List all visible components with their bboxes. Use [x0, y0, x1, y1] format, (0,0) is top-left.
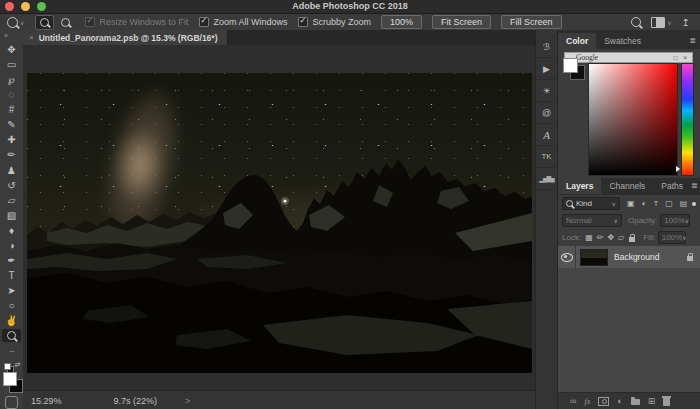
swap-colors-icon[interactable]: ⇄	[15, 361, 21, 369]
document-tab-title: Untitled_Panorama2.psb @ 15.3% (RGB/16*)	[39, 33, 218, 43]
marquee-tool[interactable]: ▭	[1, 57, 22, 72]
zoom-percent-field[interactable]: 15.29%	[31, 396, 62, 406]
dodge-tool[interactable]: ◑	[1, 238, 22, 253]
filter-shape-layers-icon[interactable]: ▢	[665, 199, 673, 208]
hue-slider[interactable]	[681, 63, 694, 176]
default-colors-control[interactable]: ⇄	[3, 361, 21, 370]
zoom-in-button[interactable]	[35, 15, 54, 30]
filter-toggle-icon[interactable]	[692, 202, 696, 206]
canvas-pasteboard[interactable]	[23, 45, 535, 390]
eyedropper-tool[interactable]: ✎	[1, 117, 22, 132]
titlebar: Adobe Photoshop CC 2018	[0, 0, 700, 14]
document-tab[interactable]: × Untitled_Panorama2.psb @ 15.3% (RGB/16…	[23, 30, 228, 45]
fill-screen-button[interactable]: Fill Screen	[501, 15, 562, 29]
hue-slider-marker[interactable]	[676, 166, 680, 172]
filter-kind-dropdown[interactable]: Kind ∨	[562, 197, 620, 210]
blur-tool[interactable]: ♦	[1, 223, 22, 238]
zoom-tool-indicator[interactable]: ∨	[7, 17, 24, 28]
close-tab-icon[interactable]: ×	[29, 33, 34, 42]
tab-channels[interactable]: Channels	[601, 178, 653, 194]
link-layers-icon[interactable]: ∞	[570, 396, 576, 406]
saturation-brightness-picker[interactable]	[588, 63, 678, 176]
character-panel-icon[interactable]: @	[536, 102, 558, 124]
gradient-tool[interactable]: ▧	[1, 208, 22, 223]
hand-tool[interactable]: ✌	[1, 313, 22, 328]
pen-tool[interactable]: ✒	[1, 253, 22, 268]
new-layer-icon[interactable]: ⊞	[648, 396, 656, 406]
lock-all-icon[interactable]	[629, 237, 635, 242]
layer-row-background[interactable]: Background	[558, 246, 700, 268]
search-icon[interactable]	[631, 17, 641, 27]
crop-tool[interactable]: #	[1, 102, 22, 117]
tk-panel-icon[interactable]: TK	[536, 146, 558, 168]
fit-screen-button[interactable]: Fit Screen	[432, 15, 491, 29]
actions-panel-icon[interactable]: ▶	[536, 58, 558, 80]
window-title: Adobe Photoshop CC 2018	[0, 0, 700, 13]
lock-position-icon[interactable]: ✥	[607, 233, 614, 242]
layer-style-icon[interactable]: fx	[584, 397, 590, 406]
healing-brush-tool[interactable]: ✚	[1, 132, 22, 147]
eraser-tool[interactable]: ▱	[1, 193, 22, 208]
new-group-icon[interactable]	[631, 399, 640, 405]
foreground-color-swatch[interactable]	[3, 372, 17, 386]
adjustments-panel-icon[interactable]: ☀	[536, 80, 558, 102]
filter-pixel-layers-icon[interactable]: ▣	[627, 199, 635, 208]
brush-tool[interactable]: ✏	[1, 147, 22, 162]
history-brush-tool[interactable]: ↺	[1, 178, 22, 193]
collapse-toolbar-icon[interactable]: »	[0, 30, 8, 42]
blend-mode-dropdown[interactable]: Normal ∨	[562, 214, 622, 227]
lasso-tool[interactable]: ℘	[1, 72, 22, 87]
status-menu-chevron[interactable]: >	[185, 396, 190, 406]
filter-adjustment-layers-icon[interactable]: ◐	[642, 199, 647, 208]
type-tool[interactable]: T	[1, 268, 22, 283]
move-tool[interactable]: ✥	[1, 42, 22, 57]
lock-transparency-icon[interactable]: ▦	[585, 233, 593, 242]
panel-dock: ℬ ▶ ☀ @ A TK ▂▅▇▅	[535, 30, 558, 409]
delete-layer-icon[interactable]	[663, 398, 670, 406]
fill-dropdown[interactable]: 100% ∨	[658, 231, 686, 244]
brushes-panel-icon[interactable]: ℬ	[536, 36, 558, 58]
document-canvas-image[interactable]	[27, 73, 532, 373]
filter-type-layers-icon[interactable]: T	[653, 199, 658, 208]
layer-thumbnail[interactable]	[580, 249, 608, 266]
checkbox-icon[interactable]	[199, 17, 209, 27]
zoom-all-windows-checkbox[interactable]: Zoom All Windows	[199, 17, 287, 27]
tab-paths[interactable]: Paths	[653, 178, 691, 194]
foreground-color-chip[interactable]	[563, 58, 578, 73]
lock-pixels-icon[interactable]: ✏	[597, 233, 604, 242]
shape-tool[interactable]: ○	[1, 298, 22, 313]
add-layer-mask-icon[interactable]	[598, 397, 609, 406]
new-adjustment-layer-icon[interactable]: ◐	[617, 396, 622, 406]
zoom-tool[interactable]	[2, 329, 21, 342]
eye-icon[interactable]	[561, 253, 573, 262]
filter-smart-objects-icon[interactable]: ▤	[680, 199, 688, 208]
share-icon[interactable]: ↥	[682, 17, 690, 28]
google-floating-window[interactable]: Google □ ×	[564, 52, 693, 63]
checkbox-icon[interactable]	[298, 17, 308, 27]
lock-artboard-icon[interactable]: ▱	[618, 233, 624, 242]
scrubby-zoom-checkbox[interactable]: Scrubby Zoom	[298, 17, 371, 27]
scrubby-zoom-label: Scrubby Zoom	[312, 17, 371, 27]
quick-selection-tool[interactable]: ◌	[1, 87, 22, 102]
layer-list: Background	[558, 246, 700, 392]
layers-panel-footer: ∞ fx ◐ ⊞	[558, 392, 700, 409]
layer-visibility-cell[interactable]	[558, 246, 576, 268]
tab-color[interactable]: Color	[558, 33, 596, 49]
quick-mask-button[interactable]	[5, 396, 18, 409]
clone-stamp-tool[interactable]: ♟	[1, 163, 22, 178]
layer-filter-row: Kind ∨ ▣ ◐ T ▢ ▤	[558, 195, 700, 212]
tab-swatches[interactable]: Swatches	[596, 33, 649, 49]
opacity-dropdown[interactable]: 100% ∨	[660, 214, 690, 227]
google-window-controls[interactable]: □ ×	[673, 54, 689, 61]
workspace-switcher[interactable]: ∨	[651, 17, 671, 28]
panel-menu-icon[interactable]: ≣	[689, 33, 696, 49]
glyphs-panel-icon[interactable]: A	[536, 124, 558, 146]
actual-size-button[interactable]: 100%	[381, 15, 422, 29]
path-selection-tool[interactable]: ➤	[1, 283, 22, 298]
edit-toolbar-button[interactable]: ···	[1, 343, 22, 358]
tab-layers[interactable]: Layers	[558, 178, 601, 194]
panel-menu-icon[interactable]: ≣	[691, 178, 698, 194]
histogram-panel-icon[interactable]: ▂▅▇▅	[536, 168, 558, 190]
zoom-out-button[interactable]	[57, 16, 74, 29]
zoom-out-icon	[61, 18, 70, 27]
